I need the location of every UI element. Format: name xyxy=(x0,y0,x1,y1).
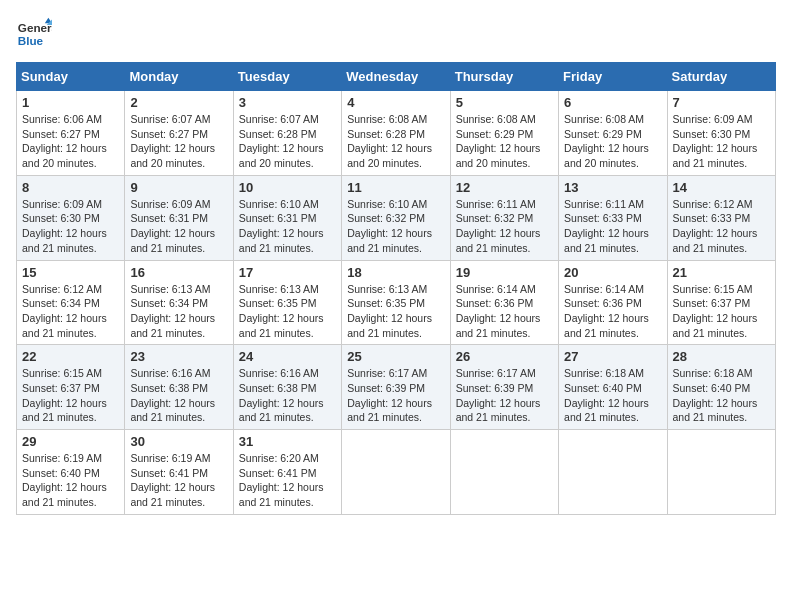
day-detail: Sunrise: 6:14 AMSunset: 6:36 PMDaylight:… xyxy=(456,282,553,341)
calendar-cell xyxy=(667,430,775,515)
day-number: 15 xyxy=(22,265,119,280)
day-detail: Sunrise: 6:16 AMSunset: 6:38 PMDaylight:… xyxy=(239,366,336,425)
day-detail: Sunrise: 6:19 AMSunset: 6:41 PMDaylight:… xyxy=(130,451,227,510)
day-number: 9 xyxy=(130,180,227,195)
day-number: 29 xyxy=(22,434,119,449)
day-number: 10 xyxy=(239,180,336,195)
calendar-cell: 12Sunrise: 6:11 AMSunset: 6:32 PMDayligh… xyxy=(450,175,558,260)
day-number: 30 xyxy=(130,434,227,449)
calendar-cell: 29Sunrise: 6:19 AMSunset: 6:40 PMDayligh… xyxy=(17,430,125,515)
col-header-friday: Friday xyxy=(559,63,667,91)
col-header-monday: Monday xyxy=(125,63,233,91)
calendar-cell: 28Sunrise: 6:18 AMSunset: 6:40 PMDayligh… xyxy=(667,345,775,430)
day-number: 27 xyxy=(564,349,661,364)
calendar-week-4: 22Sunrise: 6:15 AMSunset: 6:37 PMDayligh… xyxy=(17,345,776,430)
calendar-cell: 9Sunrise: 6:09 AMSunset: 6:31 PMDaylight… xyxy=(125,175,233,260)
day-detail: Sunrise: 6:13 AMSunset: 6:34 PMDaylight:… xyxy=(130,282,227,341)
day-number: 8 xyxy=(22,180,119,195)
calendar-cell: 7Sunrise: 6:09 AMSunset: 6:30 PMDaylight… xyxy=(667,91,775,176)
day-number: 25 xyxy=(347,349,444,364)
day-detail: Sunrise: 6:13 AMSunset: 6:35 PMDaylight:… xyxy=(239,282,336,341)
day-detail: Sunrise: 6:17 AMSunset: 6:39 PMDaylight:… xyxy=(347,366,444,425)
day-detail: Sunrise: 6:19 AMSunset: 6:40 PMDaylight:… xyxy=(22,451,119,510)
day-detail: Sunrise: 6:06 AMSunset: 6:27 PMDaylight:… xyxy=(22,112,119,171)
calendar-cell: 6Sunrise: 6:08 AMSunset: 6:29 PMDaylight… xyxy=(559,91,667,176)
day-detail: Sunrise: 6:08 AMSunset: 6:28 PMDaylight:… xyxy=(347,112,444,171)
day-number: 2 xyxy=(130,95,227,110)
calendar-cell: 22Sunrise: 6:15 AMSunset: 6:37 PMDayligh… xyxy=(17,345,125,430)
day-number: 13 xyxy=(564,180,661,195)
calendar-week-2: 8Sunrise: 6:09 AMSunset: 6:30 PMDaylight… xyxy=(17,175,776,260)
day-detail: Sunrise: 6:09 AMSunset: 6:30 PMDaylight:… xyxy=(22,197,119,256)
calendar-header-row: SundayMondayTuesdayWednesdayThursdayFrid… xyxy=(17,63,776,91)
col-header-saturday: Saturday xyxy=(667,63,775,91)
calendar-cell: 14Sunrise: 6:12 AMSunset: 6:33 PMDayligh… xyxy=(667,175,775,260)
day-number: 28 xyxy=(673,349,770,364)
col-header-wednesday: Wednesday xyxy=(342,63,450,91)
col-header-tuesday: Tuesday xyxy=(233,63,341,91)
calendar-cell: 20Sunrise: 6:14 AMSunset: 6:36 PMDayligh… xyxy=(559,260,667,345)
day-number: 17 xyxy=(239,265,336,280)
calendar-cell: 21Sunrise: 6:15 AMSunset: 6:37 PMDayligh… xyxy=(667,260,775,345)
calendar-cell: 19Sunrise: 6:14 AMSunset: 6:36 PMDayligh… xyxy=(450,260,558,345)
calendar-cell: 26Sunrise: 6:17 AMSunset: 6:39 PMDayligh… xyxy=(450,345,558,430)
calendar-week-3: 15Sunrise: 6:12 AMSunset: 6:34 PMDayligh… xyxy=(17,260,776,345)
day-detail: Sunrise: 6:15 AMSunset: 6:37 PMDaylight:… xyxy=(22,366,119,425)
day-detail: Sunrise: 6:16 AMSunset: 6:38 PMDaylight:… xyxy=(130,366,227,425)
calendar-cell: 3Sunrise: 6:07 AMSunset: 6:28 PMDaylight… xyxy=(233,91,341,176)
day-detail: Sunrise: 6:18 AMSunset: 6:40 PMDaylight:… xyxy=(564,366,661,425)
calendar-week-1: 1Sunrise: 6:06 AMSunset: 6:27 PMDaylight… xyxy=(17,91,776,176)
day-detail: Sunrise: 6:07 AMSunset: 6:28 PMDaylight:… xyxy=(239,112,336,171)
calendar-cell: 5Sunrise: 6:08 AMSunset: 6:29 PMDaylight… xyxy=(450,91,558,176)
day-number: 23 xyxy=(130,349,227,364)
calendar-cell: 4Sunrise: 6:08 AMSunset: 6:28 PMDaylight… xyxy=(342,91,450,176)
logo-icon: General Blue xyxy=(16,16,52,52)
day-number: 4 xyxy=(347,95,444,110)
day-number: 21 xyxy=(673,265,770,280)
day-detail: Sunrise: 6:07 AMSunset: 6:27 PMDaylight:… xyxy=(130,112,227,171)
day-number: 5 xyxy=(456,95,553,110)
col-header-thursday: Thursday xyxy=(450,63,558,91)
day-number: 11 xyxy=(347,180,444,195)
day-number: 14 xyxy=(673,180,770,195)
day-number: 22 xyxy=(22,349,119,364)
calendar-cell: 24Sunrise: 6:16 AMSunset: 6:38 PMDayligh… xyxy=(233,345,341,430)
day-detail: Sunrise: 6:18 AMSunset: 6:40 PMDaylight:… xyxy=(673,366,770,425)
col-header-sunday: Sunday xyxy=(17,63,125,91)
day-detail: Sunrise: 6:08 AMSunset: 6:29 PMDaylight:… xyxy=(564,112,661,171)
day-detail: Sunrise: 6:11 AMSunset: 6:33 PMDaylight:… xyxy=(564,197,661,256)
calendar-cell: 11Sunrise: 6:10 AMSunset: 6:32 PMDayligh… xyxy=(342,175,450,260)
day-detail: Sunrise: 6:09 AMSunset: 6:31 PMDaylight:… xyxy=(130,197,227,256)
day-number: 26 xyxy=(456,349,553,364)
calendar-table: SundayMondayTuesdayWednesdayThursdayFrid… xyxy=(16,62,776,515)
calendar-cell: 8Sunrise: 6:09 AMSunset: 6:30 PMDaylight… xyxy=(17,175,125,260)
calendar-cell xyxy=(450,430,558,515)
calendar-week-5: 29Sunrise: 6:19 AMSunset: 6:40 PMDayligh… xyxy=(17,430,776,515)
day-detail: Sunrise: 6:14 AMSunset: 6:36 PMDaylight:… xyxy=(564,282,661,341)
day-number: 3 xyxy=(239,95,336,110)
calendar-cell: 17Sunrise: 6:13 AMSunset: 6:35 PMDayligh… xyxy=(233,260,341,345)
day-detail: Sunrise: 6:10 AMSunset: 6:31 PMDaylight:… xyxy=(239,197,336,256)
calendar-cell: 18Sunrise: 6:13 AMSunset: 6:35 PMDayligh… xyxy=(342,260,450,345)
day-detail: Sunrise: 6:13 AMSunset: 6:35 PMDaylight:… xyxy=(347,282,444,341)
day-detail: Sunrise: 6:08 AMSunset: 6:29 PMDaylight:… xyxy=(456,112,553,171)
calendar-cell: 2Sunrise: 6:07 AMSunset: 6:27 PMDaylight… xyxy=(125,91,233,176)
calendar-cell xyxy=(342,430,450,515)
svg-text:Blue: Blue xyxy=(18,34,44,47)
calendar-cell: 23Sunrise: 6:16 AMSunset: 6:38 PMDayligh… xyxy=(125,345,233,430)
day-number: 31 xyxy=(239,434,336,449)
day-number: 7 xyxy=(673,95,770,110)
day-detail: Sunrise: 6:17 AMSunset: 6:39 PMDaylight:… xyxy=(456,366,553,425)
calendar-cell: 16Sunrise: 6:13 AMSunset: 6:34 PMDayligh… xyxy=(125,260,233,345)
day-detail: Sunrise: 6:10 AMSunset: 6:32 PMDaylight:… xyxy=(347,197,444,256)
day-number: 24 xyxy=(239,349,336,364)
day-number: 12 xyxy=(456,180,553,195)
calendar-cell: 30Sunrise: 6:19 AMSunset: 6:41 PMDayligh… xyxy=(125,430,233,515)
day-number: 6 xyxy=(564,95,661,110)
day-detail: Sunrise: 6:20 AMSunset: 6:41 PMDaylight:… xyxy=(239,451,336,510)
day-detail: Sunrise: 6:11 AMSunset: 6:32 PMDaylight:… xyxy=(456,197,553,256)
day-number: 19 xyxy=(456,265,553,280)
day-number: 1 xyxy=(22,95,119,110)
day-detail: Sunrise: 6:09 AMSunset: 6:30 PMDaylight:… xyxy=(673,112,770,171)
day-number: 16 xyxy=(130,265,227,280)
